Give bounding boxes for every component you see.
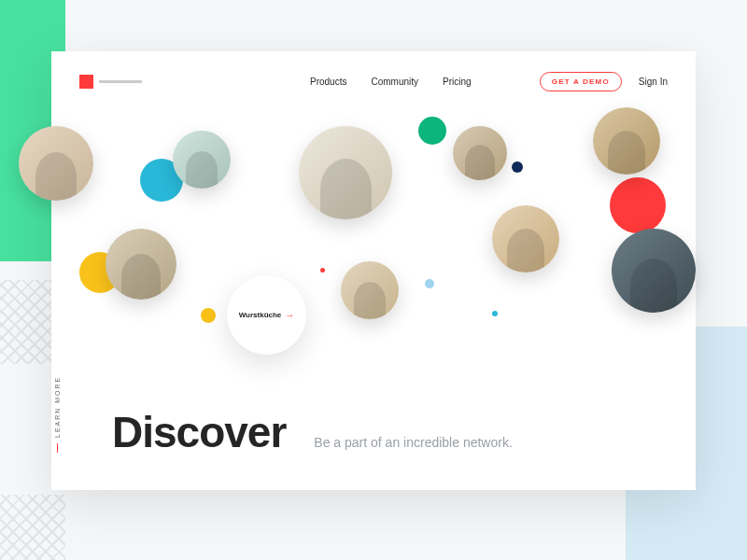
- dot-tiny-red: [320, 268, 325, 273]
- hero-title: Discover: [112, 407, 286, 457]
- header-right: GET A DEMO Sign In: [540, 72, 668, 91]
- learn-more-link[interactable]: LEARN MORE: [54, 376, 61, 453]
- avatar[interactable]: [299, 126, 392, 219]
- bg-pattern: [0, 280, 56, 364]
- header: Products Community Pricing GET A DEMO Si…: [51, 51, 696, 111]
- dot-navy: [512, 161, 523, 173]
- logo-line-icon: [99, 80, 142, 83]
- sign-in-link[interactable]: Sign In: [639, 77, 668, 87]
- avatar[interactable]: [341, 261, 399, 319]
- nav: Products Community Pricing: [310, 77, 472, 87]
- avatar[interactable]: [173, 131, 231, 189]
- avatar[interactable]: [106, 229, 176, 300]
- nav-products[interactable]: Products: [310, 77, 346, 87]
- nav-pricing[interactable]: Pricing: [443, 77, 472, 87]
- avatar[interactable]: [612, 229, 696, 313]
- nav-community[interactable]: Community: [371, 77, 418, 87]
- avatar[interactable]: [453, 126, 507, 180]
- dot-yellow-small: [201, 308, 216, 323]
- avatar[interactable]: [19, 126, 93, 201]
- highlight-bubble[interactable]: Wurstküche →: [227, 275, 306, 355]
- main-card: Products Community Pricing GET A DEMO Si…: [51, 51, 696, 490]
- bubble-label: Wurstküche: [239, 311, 282, 319]
- dot-tiny-cyan: [492, 311, 498, 316]
- hero: Discover Be a part of an incredible netw…: [112, 407, 513, 457]
- bg-pattern: [0, 495, 65, 560]
- logo[interactable]: [79, 75, 142, 89]
- dot-green: [418, 117, 446, 145]
- avatar[interactable]: [593, 107, 660, 175]
- dash-icon: [57, 443, 58, 453]
- dot-lightblue: [425, 279, 434, 288]
- get-demo-button[interactable]: GET A DEMO: [540, 72, 622, 91]
- avatar[interactable]: [492, 205, 559, 273]
- arrow-right-icon: →: [285, 310, 294, 320]
- hero-subtitle: Be a part of an incredible network.: [314, 435, 512, 450]
- dot-red: [610, 177, 666, 233]
- learn-more-label: LEARN MORE: [54, 376, 61, 438]
- logo-mark-icon: [79, 75, 93, 89]
